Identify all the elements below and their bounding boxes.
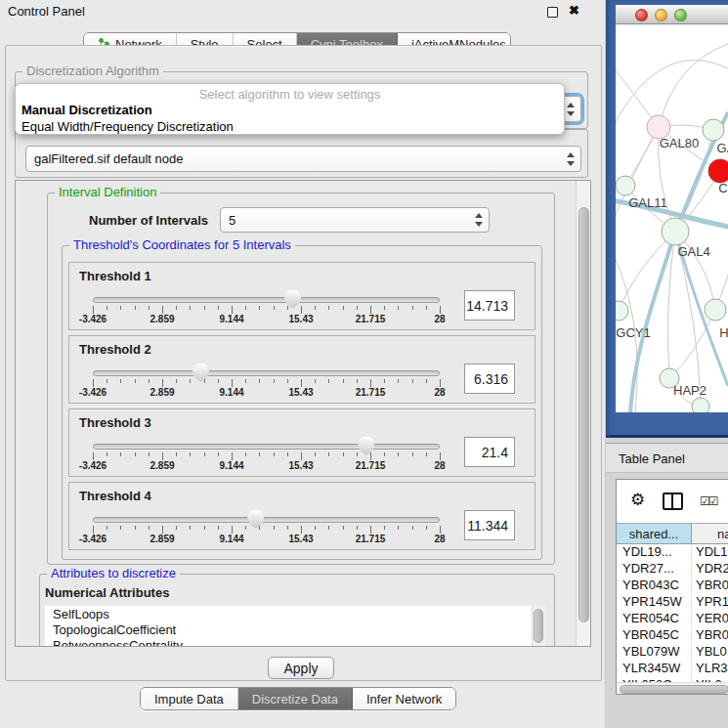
attribute-list-item[interactable]: SelfLoops xyxy=(45,606,545,621)
tick-mark xyxy=(426,306,427,310)
tick-mark xyxy=(162,379,163,387)
network-node-gcy1[interactable] xyxy=(616,301,628,321)
right-column: GAL80GACGAL11GAL4GCY1HHAP2 Table Panel ⚙… xyxy=(606,0,728,728)
tick-label: 15.43 xyxy=(288,460,313,471)
tick-mark xyxy=(398,526,399,530)
slider-tick-labels: -3.4262.8599.14415.4321.71528 xyxy=(93,314,440,325)
tick-mark xyxy=(162,452,163,460)
number-of-intervals-combobox[interactable]: 5 xyxy=(220,207,490,233)
table-row[interactable]: YPR145WYPR1 xyxy=(617,594,728,611)
network-node-h[interactable] xyxy=(705,299,726,321)
minimize-window-icon[interactable] xyxy=(655,9,667,21)
threshold-label: Threshold 2 xyxy=(79,342,151,357)
tick-mark xyxy=(274,306,275,310)
table-row[interactable]: YBR043CYBR0 xyxy=(617,578,728,594)
table-row[interactable]: YER054CYER0 xyxy=(617,611,728,627)
tick-mark xyxy=(274,452,275,456)
table-row[interactable]: YDR27...YDR2 xyxy=(617,561,728,578)
table-cell: YDR27... xyxy=(617,561,692,578)
tick-mark xyxy=(135,452,136,456)
tick-mark xyxy=(343,306,344,310)
table-row[interactable]: YBR045CYBR0 xyxy=(617,627,728,644)
interval-definition-group: Interval Definition Number of Intervals … xyxy=(47,193,555,565)
table-horizontal-scrollbar[interactable] xyxy=(617,682,728,695)
apply-button[interactable]: Apply xyxy=(268,657,334,679)
network-node-gal11[interactable] xyxy=(616,176,635,195)
slider-tick-labels: -3.4262.8599.14415.4321.71528 xyxy=(93,460,440,472)
table-cell: YDL19... xyxy=(617,544,692,561)
node-label: C xyxy=(718,181,727,195)
dropdown-option-manual[interactable]: Manual Discretization xyxy=(16,102,564,118)
table-cell: YBR045C xyxy=(617,627,692,644)
threshold-panel: Threshold 1 -3.4262.8599.14415.4321.7152… xyxy=(68,262,535,330)
threshold-value-field[interactable]: 6.316 xyxy=(464,364,515,394)
network-node-ga[interactable] xyxy=(703,119,724,141)
slider-tick-labels: -3.4262.8599.14415.4321.71528 xyxy=(93,534,440,545)
column-header-shared-name[interactable]: shared... xyxy=(617,524,692,543)
tick-mark xyxy=(259,379,260,383)
tick-mark xyxy=(384,526,385,530)
scrollpane-scrollbar-thumb[interactable] xyxy=(578,207,589,622)
table-row[interactable]: YDL19...YDL1 xyxy=(617,544,728,561)
table-horizontal-scrollbar-thumb[interactable] xyxy=(620,685,728,694)
attribute-list-item[interactable]: BetweennessCentrality xyxy=(45,637,545,647)
tick-label: 2.859 xyxy=(150,460,174,471)
tick-mark xyxy=(190,306,191,310)
tick-mark xyxy=(301,306,302,314)
slider-ticks xyxy=(93,379,440,387)
tick-label: 9.144 xyxy=(219,460,243,471)
threshold-slider[interactable] xyxy=(93,370,440,376)
float-panel-icon[interactable] xyxy=(547,7,558,18)
columns-icon[interactable] xyxy=(663,492,683,510)
gear-icon[interactable]: ⚙ xyxy=(630,492,645,508)
control-panel: Control Panel ✖ Network Style Select Cyn… xyxy=(0,0,606,728)
table-cell: YPR1 xyxy=(692,594,728,611)
tick-mark xyxy=(232,306,233,314)
network-window-titlebar[interactable] xyxy=(616,5,728,24)
table-cell: YLR345W xyxy=(617,661,692,677)
column-header-name[interactable]: na xyxy=(692,524,728,543)
threshold-slider[interactable] xyxy=(93,444,440,450)
close-panel-icon[interactable]: ✖ xyxy=(569,3,579,18)
tick-mark xyxy=(93,379,94,387)
tick-mark xyxy=(190,379,191,383)
threshold-slider[interactable] xyxy=(93,297,440,303)
dropdown-option-equal-width[interactable]: Equal Width/Frequency Discretization xyxy=(16,118,564,135)
tab-discretize-data[interactable]: Discretize Data xyxy=(238,688,353,709)
table-row[interactable]: YLR345WYLR3 xyxy=(617,661,728,677)
attribute-list-item[interactable]: TopologicalCoefficient xyxy=(45,621,545,637)
tick-mark xyxy=(315,306,316,310)
node-label: H xyxy=(719,325,728,340)
tick-mark xyxy=(135,306,136,310)
threshold-value-field[interactable]: 11.344 xyxy=(464,510,515,540)
close-window-icon[interactable] xyxy=(635,9,648,21)
node-label: HAP2 xyxy=(673,383,707,398)
attributes-list-scrollbar-thumb[interactable] xyxy=(534,609,543,643)
network-canvas[interactable]: GAL80GACGAL11GAL4GCY1HHAP2 xyxy=(616,24,728,412)
tick-label: 28 xyxy=(434,460,445,471)
zoom-window-icon[interactable] xyxy=(674,9,687,21)
tick-mark xyxy=(245,379,246,383)
threshold-slider[interactable] xyxy=(93,517,440,523)
tick-label: 2.859 xyxy=(150,387,174,398)
node-label: GAL80 xyxy=(660,136,699,150)
table-row[interactable]: YBL079WYBL0 xyxy=(617,644,728,661)
table-data-combobox[interactable]: galFiltered.sif default node xyxy=(25,146,581,172)
tab-impute-data[interactable]: Impute Data xyxy=(141,688,238,709)
thresholds-group: Threshold's Coordinates for 5 Intervals … xyxy=(62,245,542,560)
tick-mark xyxy=(204,526,205,530)
tab-infer-network[interactable]: Infer Network xyxy=(353,688,455,709)
network-node-gal4[interactable] xyxy=(662,218,689,245)
network-node[interactable] xyxy=(692,398,709,412)
tick-mark xyxy=(245,526,246,530)
table-cell: YLR3 xyxy=(692,661,728,677)
slider-ticks xyxy=(93,452,440,460)
threshold-value-field[interactable]: 14.713 xyxy=(464,290,515,321)
select-all-checkboxes-icon[interactable]: ☑☑ xyxy=(700,494,717,508)
table-data-group: Table Data galFiltered.sif default node xyxy=(15,129,588,178)
tick-mark xyxy=(149,452,150,456)
tick-mark xyxy=(384,379,385,383)
network-node-c[interactable] xyxy=(708,159,728,183)
node-label: GAL4 xyxy=(677,244,709,259)
threshold-value-field[interactable]: 21.4 xyxy=(464,437,515,467)
